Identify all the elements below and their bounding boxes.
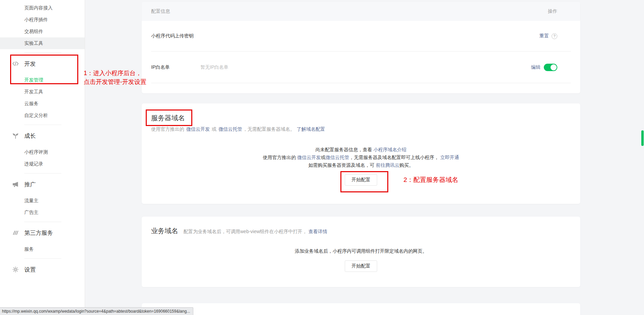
server-domain-info-line3: 如需购买服务器资源及域名，可 前往腾讯云购买。 [151, 161, 571, 169]
sidebar-section-label: 成长 [24, 132, 36, 140]
business-domain-subtitle: 配置为业务域名后，可调用web-view组件在小程序中打开， 查看详情 [184, 229, 327, 235]
annotation-step1: 1：进入小程序后台， 点击开发管理-开发设置 [84, 69, 146, 86]
server-domain-info-line2: 使用官方推出的 微信云开发或微信云托管，无需服务器及域名配置即可上线小程序， 立… [151, 154, 571, 161]
server-domain-title: 服务器域名 [151, 113, 185, 123]
table-row-ip-whitelist: IP白名单 暂无IP白名单 编辑 [151, 52, 571, 83]
nav-dev-tools[interactable]: 开发工具 [0, 86, 85, 98]
link-mp-domain-intro[interactable]: 小程序域名介绍 [373, 147, 407, 152]
server-domain-configure-button[interactable]: 开始配置 [345, 174, 377, 186]
link-wechat-cloud-dev-2[interactable]: 微信云开发 [297, 155, 321, 160]
server-domain-title-wrap: 服务器域名 [151, 113, 185, 123]
next-card-peek [142, 303, 580, 315]
text-segment: 如需购买服务器资源及域名，可 [308, 162, 376, 168]
reset-link[interactable]: 重置 [539, 33, 549, 39]
server-domain-subtitle: 使用官方推出的 微信云开发 或 微信云托管，无需配置服务器域名。 了解域名配置 [151, 126, 571, 132]
code-icon [12, 60, 19, 67]
config-header-label: 配置信息 [151, 8, 170, 14]
config-table-body: 小程序代码上传密钥 重置 ? IP白名单 暂无IP白名单 编辑 [151, 21, 571, 83]
ip-whitelist-toggle[interactable] [544, 64, 557, 71]
link-activate-now[interactable]: 立即开通 [440, 155, 459, 160]
sidebar-divider [24, 173, 61, 174]
nav-section-promotion[interactable]: 推广 [0, 177, 85, 192]
nav-traffic-owner[interactable]: 流量主 [0, 195, 85, 207]
link-view-details[interactable]: 查看详情 [308, 229, 327, 234]
sidebar-section-label: 第三方服务 [24, 229, 53, 237]
nav-section-development[interactable]: 开发 [0, 56, 85, 71]
status-url-bar: https://mp.weixin.qq.com/wxamp/wedata/lo… [0, 307, 193, 315]
ip-whitelist-value: 暂无IP白名单 [200, 64, 228, 70]
nav-page-content-access[interactable]: 页面内容接入 [0, 2, 85, 14]
nav-section-third-party[interactable]: 第三方服务 [0, 225, 85, 240]
edit-link[interactable]: 编辑 [531, 64, 540, 70]
business-domain-description: 添加业务域名后，小程序内可调用组件打开限定域名内的网页。 [151, 248, 571, 254]
text-segment: 或 [211, 126, 218, 132]
sidebar-divider [24, 125, 61, 125]
nav-service[interactable]: 服务 [0, 243, 85, 255]
sidebar-section-label: 推广 [24, 181, 36, 188]
config-header-action-label: 操作 [548, 8, 557, 14]
nav-experiment-tools[interactable]: 实验工具 [0, 37, 85, 49]
server-domain-button-anchor: 开始配置 2：配置服务器域名 [345, 174, 377, 186]
sidebar-nav: 页面内容接入小程序插件交易组件实验工具开发开发管理开发工具云服务自定义分析成长小… [0, 2, 85, 277]
text-segment: 或 [321, 155, 326, 160]
main-content: 配置信息 操作 小程序代码上传密钥 重置 ? IP白名单 暂无IP白名单 编辑 [85, 0, 644, 315]
ip-whitelist-label: IP白名单 [151, 64, 186, 70]
text-segment: 配置为业务域名后，可调用web-view组件在小程序中打开， [184, 229, 308, 234]
business-domain-card: 业务域名 配置为业务域名后，可调用web-view组件在小程序中打开， 查看详情… [142, 217, 580, 287]
sidebar-section-label: 设置 [24, 266, 36, 274]
nav-section-settings[interactable]: 设置 [0, 262, 85, 277]
megaphone-icon [12, 181, 19, 188]
link-wechat-cloud-dev[interactable]: 微信云开发 [186, 126, 210, 132]
text-segment: 购买。 [399, 162, 414, 168]
third-party-icon [12, 229, 19, 237]
server-domain-card: 服务器域名 使用官方推出的 微信云开发 或 微信云托管，无需配置服务器域名。 了… [142, 103, 580, 204]
text-segment: 使用官方推出的 [263, 155, 297, 160]
text-segment: 使用官方推出的 [151, 126, 186, 132]
sidebar-section-label: 开发 [24, 60, 36, 68]
annotation-step1-line1: 1：进入小程序后台， [84, 69, 146, 77]
config-table-header: 配置信息 操作 [142, 2, 580, 21]
status-url-text: https://mp.weixin.qq.com/wxamp/wedata/lo… [2, 309, 190, 314]
annotation-step1-line2: 点击开发管理-开发设置 [84, 77, 146, 86]
link-wechat-cloud-hosting[interactable]: 微信云托管 [219, 126, 242, 132]
scrollbar-thumb[interactable] [641, 130, 644, 146]
text-segment: ，无需配置服务器域名。 [243, 126, 296, 132]
nav-dev-management[interactable]: 开发管理 [0, 74, 85, 86]
text-segment: ，无需服务器及域名配置即可上线小程序， [349, 155, 440, 160]
sidebar-divider [24, 53, 61, 53]
nav-advertiser[interactable]: 广告主 [0, 207, 85, 218]
upload-key-label: 小程序代码上传密钥 [151, 33, 194, 39]
nav-cloud-service[interactable]: 云服务 [0, 98, 85, 109]
text-segment: 尚未配置服务器信息，查看 [315, 147, 373, 152]
upload-key-actions: 重置 ? [539, 33, 557, 39]
gear-icon [12, 266, 19, 273]
config-info-card: 配置信息 操作 小程序代码上传密钥 重置 ? IP白名单 暂无IP白名单 编辑 [142, 2, 580, 93]
help-icon[interactable]: ? [552, 33, 557, 39]
table-row-upload-key: 小程序代码上传密钥 重置 ? [151, 21, 571, 52]
sidebar-divider [24, 222, 61, 222]
ip-whitelist-actions: 编辑 [531, 64, 557, 71]
link-goto-tencent-cloud[interactable]: 前往腾讯云 [376, 162, 399, 168]
nav-custom-analysis[interactable]: 自定义分析 [0, 109, 85, 121]
nav-trade-component[interactable]: 交易组件 [0, 26, 85, 37]
annotation-step2: 2：配置服务器域名 [403, 176, 458, 184]
link-learn-domain-config[interactable]: 了解域名配置 [297, 126, 325, 132]
sidebar: 页面内容接入小程序插件交易组件实验工具开发开发管理开发工具云服务自定义分析成长小… [0, 0, 85, 315]
nav-miniprogram-plugin[interactable]: 小程序插件 [0, 14, 85, 26]
business-domain-title: 业务域名 [151, 226, 178, 235]
sprout-icon [12, 132, 19, 139]
nav-mp-evaluation[interactable]: 小程序评测 [0, 146, 85, 158]
link-wechat-cloud-hosting-2[interactable]: 微信云托管 [326, 155, 349, 160]
server-domain-info-line1: 尚未配置服务器信息，查看 小程序域名介绍 [151, 146, 571, 154]
server-domain-button-row: 开始配置 2：配置服务器域名 [151, 174, 571, 186]
nav-violation-records[interactable]: 违规记录 [0, 158, 85, 170]
nav-section-growth[interactable]: 成长 [0, 128, 85, 143]
business-domain-button-row: 开始配置 [151, 260, 571, 272]
sidebar-divider [24, 258, 61, 259]
business-domain-configure-button[interactable]: 开始配置 [345, 260, 377, 272]
business-domain-title-row: 业务域名 配置为业务域名后，可调用web-view组件在小程序中打开， 查看详情 [151, 226, 571, 235]
server-domain-info: 尚未配置服务器信息，查看 小程序域名介绍 使用官方推出的 微信云开发或微信云托管… [151, 146, 571, 169]
